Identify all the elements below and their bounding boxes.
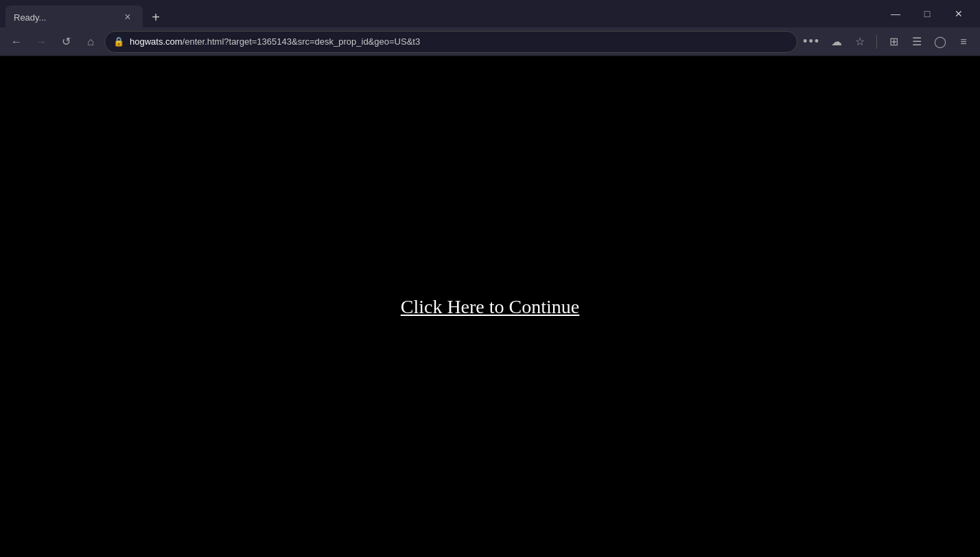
reader-icon: ☰: [912, 35, 922, 48]
forward-button[interactable]: →: [30, 31, 52, 53]
reader-view-button[interactable]: ☰: [906, 31, 928, 53]
browser-window: Ready... × + — □ ✕ ← → ↺ ⌂ 🔒 hogwats.com…: [0, 0, 980, 557]
home-icon: ⌂: [87, 36, 94, 48]
back-icon: ←: [11, 36, 22, 48]
maximize-button[interactable]: □: [911, 0, 943, 27]
bookmark-button[interactable]: ☆: [849, 31, 871, 53]
lock-icon: 🔒: [113, 36, 124, 47]
separator: [876, 35, 877, 49]
menu-button[interactable]: ≡: [953, 31, 975, 53]
title-bar: Ready... × + — □ ✕: [0, 0, 980, 27]
reload-button[interactable]: ↺: [55, 31, 77, 53]
navigation-bar: ← → ↺ ⌂ 🔒 hogwats.com/enter.html?target=…: [0, 27, 980, 56]
pocket-icon: ☁: [831, 35, 842, 48]
library-icon: ⊞: [889, 35, 898, 48]
more-options-button[interactable]: •••: [800, 34, 823, 49]
tab-close-button[interactable]: ×: [121, 10, 135, 24]
library-button[interactable]: ⊞: [883, 31, 905, 53]
menu-icon: ≡: [960, 36, 966, 48]
home-button[interactable]: ⌂: [80, 31, 102, 53]
bookmark-icon: ☆: [855, 35, 865, 48]
page-content: Click Here to Continue: [0, 56, 980, 557]
forward-icon: →: [36, 36, 47, 48]
reload-icon: ↺: [62, 35, 71, 48]
minimize-button[interactable]: —: [880, 0, 911, 27]
account-button[interactable]: ◯: [929, 31, 951, 53]
active-tab[interactable]: Ready... ×: [5, 5, 143, 29]
continue-link[interactable]: Click Here to Continue: [401, 296, 580, 318]
address-text: hogwats.com/enter.html?target=1365143&sr…: [130, 36, 789, 47]
browser-extras: ⊞ ☰ ◯ ≡: [883, 31, 975, 53]
tab-title: Ready...: [14, 12, 115, 23]
new-tab-button[interactable]: +: [145, 7, 166, 27]
account-icon: ◯: [934, 35, 946, 48]
pocket-button[interactable]: ☁: [826, 31, 848, 53]
close-button[interactable]: ✕: [943, 0, 975, 27]
address-bar[interactable]: 🔒 hogwats.com/enter.html?target=1365143&…: [104, 31, 797, 53]
url-path: /enter.html?target=1365143&src=desk_prop…: [183, 36, 421, 47]
back-button[interactable]: ←: [5, 31, 27, 53]
window-controls: — □ ✕: [880, 0, 975, 27]
url-domain: hogwats.com: [130, 36, 183, 47]
nav-right-icons: ☁ ☆: [826, 31, 871, 53]
tab-area: Ready... × +: [5, 0, 880, 27]
